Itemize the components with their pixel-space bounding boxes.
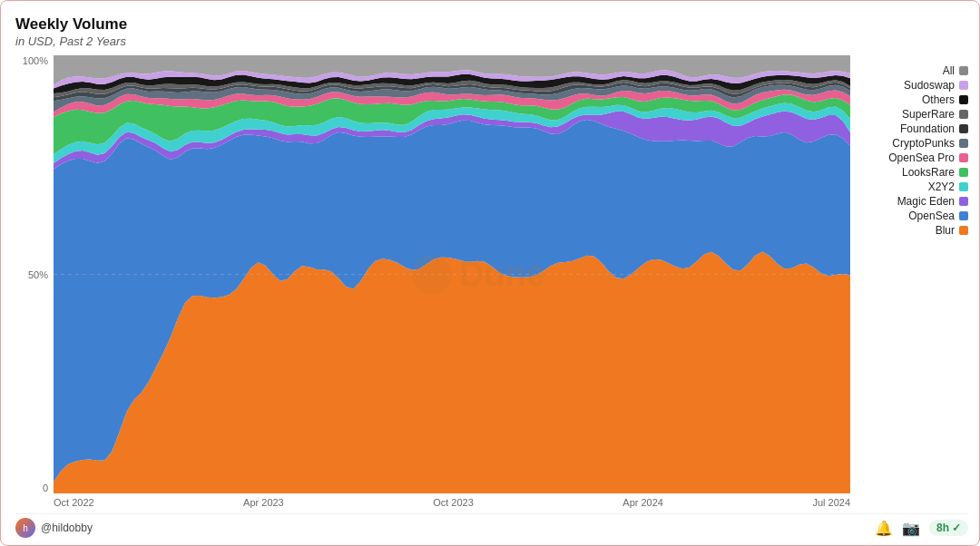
y-axis: 100% 50% 0 bbox=[15, 55, 54, 493]
chart-canvas bbox=[54, 55, 850, 493]
legend-item-magic-eden: Magic Eden bbox=[859, 195, 968, 208]
chart-inner: 100% 50% 0 Dune bbox=[15, 55, 850, 493]
x-label-1: Oct 2022 bbox=[54, 497, 94, 508]
legend-item-blur: Blur bbox=[859, 224, 968, 237]
x-label-5: Jul 2024 bbox=[812, 497, 850, 508]
legend-item-others: Others bbox=[859, 93, 968, 106]
legend-color bbox=[959, 153, 968, 162]
chart-canvas-wrap: Dune bbox=[54, 55, 850, 493]
legend-label: SuperRare bbox=[859, 108, 955, 121]
legend-label: All bbox=[859, 64, 955, 77]
chart-with-axes: 100% 50% 0 Dune Oct 2022 Apr 2023 Oct 20… bbox=[15, 55, 850, 508]
legend-label: Foundation bbox=[859, 122, 955, 135]
chart-area: 100% 50% 0 Dune Oct 2022 Apr 2023 Oct 20… bbox=[15, 55, 968, 508]
footer-right: 🔔 📷 8h ✓ bbox=[875, 520, 968, 537]
legend-item-looksrare: LooksRare bbox=[859, 166, 968, 179]
x-label-4: Apr 2024 bbox=[622, 497, 663, 508]
check-icon: ✓ bbox=[952, 522, 961, 534]
camera-icon[interactable]: 📷 bbox=[902, 520, 920, 537]
legend-color bbox=[959, 66, 968, 75]
legend-label: OpenSea Pro bbox=[859, 151, 955, 164]
time-badge: 8h ✓ bbox=[929, 520, 968, 536]
legend-label: X2Y2 bbox=[859, 180, 955, 193]
legend-item-cryptopunks: CryptoPunks bbox=[859, 137, 968, 150]
legend: AllSudoswapOthersSuperRareFoundationCryp… bbox=[850, 55, 968, 508]
chart-subtitle: in USD, Past 2 Years bbox=[15, 34, 968, 48]
legend-color bbox=[959, 81, 968, 90]
legend-label: CryptoPunks bbox=[859, 137, 955, 150]
x-label-2: Apr 2023 bbox=[243, 497, 284, 508]
legend-color bbox=[959, 226, 968, 235]
legend-item-sudoswap: Sudoswap bbox=[859, 79, 968, 92]
legend-label: Magic Eden bbox=[859, 195, 955, 208]
legend-label: Blur bbox=[859, 224, 955, 237]
legend-color bbox=[959, 182, 968, 191]
time-value: 8h bbox=[936, 522, 949, 534]
legend-item-superrare: SuperRare bbox=[859, 108, 968, 121]
y-axis-100: 100% bbox=[23, 55, 48, 66]
legend-color bbox=[959, 211, 968, 220]
avatar: h bbox=[15, 518, 35, 538]
legend-color bbox=[959, 197, 968, 206]
legend-color bbox=[959, 139, 968, 148]
legend-label: Others bbox=[859, 93, 955, 106]
legend-label: LooksRare bbox=[859, 166, 955, 179]
y-axis-50: 50% bbox=[28, 269, 48, 280]
legend-item-opensea: OpenSea bbox=[859, 210, 968, 222]
chart-title: Weekly Volume bbox=[15, 15, 968, 34]
legend-label: Sudoswap bbox=[859, 79, 955, 92]
legend-color bbox=[959, 168, 968, 177]
x-axis: Oct 2022 Apr 2023 Oct 2023 Apr 2024 Jul … bbox=[15, 497, 850, 508]
footer-left: h @hildobby bbox=[15, 518, 93, 538]
y-axis-0: 0 bbox=[43, 483, 48, 493]
legend-item-x2y2: X2Y2 bbox=[859, 180, 968, 193]
footer: h @hildobby 🔔 📷 8h ✓ bbox=[15, 513, 968, 538]
legend-color bbox=[959, 124, 968, 133]
legend-item-all: All bbox=[859, 64, 968, 77]
username: @hildobby bbox=[41, 522, 93, 534]
bell-icon[interactable]: 🔔 bbox=[875, 520, 893, 537]
legend-label: OpenSea bbox=[859, 210, 955, 222]
legend-color bbox=[959, 95, 968, 104]
x-label-3: Oct 2023 bbox=[433, 497, 474, 508]
main-container: Weekly Volume in USD, Past 2 Years 100% … bbox=[0, 0, 980, 546]
legend-item-opensea-pro: OpenSea Pro bbox=[859, 151, 968, 164]
legend-item-foundation: Foundation bbox=[859, 122, 968, 135]
legend-color bbox=[959, 110, 968, 119]
title-section: Weekly Volume in USD, Past 2 Years bbox=[15, 15, 968, 48]
